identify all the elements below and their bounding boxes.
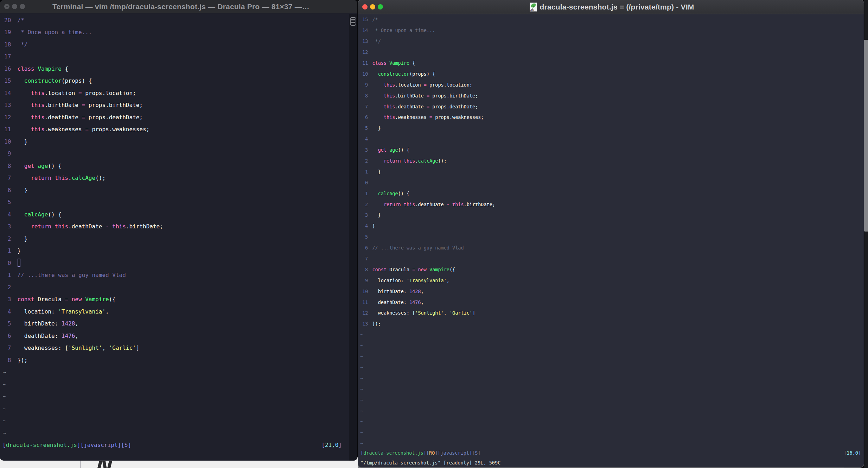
code-line: 2 bbox=[0, 281, 349, 293]
token bbox=[372, 71, 378, 77]
terminal-scrollbar-area[interactable] bbox=[349, 14, 357, 461]
code-line: 9 bbox=[0, 148, 349, 160]
token: /* bbox=[372, 17, 378, 22]
line-number: 12 bbox=[362, 49, 368, 55]
line-number: 11 bbox=[362, 299, 368, 305]
code-line: 10 birthDate: 1428, bbox=[358, 286, 864, 297]
terminal-titlebar[interactable]: Terminal — vim /tmp/dracula-screenshot.j… bbox=[0, 0, 357, 13]
code-text: constructor(props) { bbox=[372, 71, 435, 77]
token: age bbox=[389, 147, 398, 153]
vim-buffer[interactable]: 15/*14 * Once upon a time...13 */1211cla… bbox=[358, 14, 864, 449]
code-line: 12 bbox=[358, 47, 864, 58]
code-line: 18 */ bbox=[0, 38, 349, 51]
code-text: this.deathDate = props.deathDate; bbox=[18, 114, 143, 121]
empty-line: ~ bbox=[358, 373, 864, 384]
token bbox=[18, 223, 31, 230]
token: 1428 bbox=[62, 320, 75, 327]
line-number: 7 bbox=[362, 256, 368, 261]
token: 1476 bbox=[409, 299, 421, 305]
line-number: 16 bbox=[4, 65, 11, 72]
empty-line: ~ bbox=[358, 416, 864, 427]
status-segment: ] bbox=[128, 442, 131, 448]
close-button[interactable] bbox=[4, 4, 9, 9]
code-line: 5 bbox=[0, 196, 349, 209]
scrollbar-thumb[interactable] bbox=[864, 40, 868, 232]
token: this bbox=[31, 102, 45, 108]
token: (); bbox=[438, 158, 446, 164]
code-line: 0 bbox=[0, 257, 349, 269]
token: } bbox=[18, 187, 28, 194]
token: Vampire bbox=[429, 267, 449, 272]
token: props.deathDate; bbox=[85, 114, 143, 121]
token: .weaknesses bbox=[395, 114, 429, 120]
token: location: bbox=[18, 308, 58, 315]
window-title-area: JS dracula-screenshot.js = (/private/tmp… bbox=[383, 2, 841, 12]
code-text: /* bbox=[372, 17, 378, 22]
code-line: 6// ...there was a guy named Vlad bbox=[358, 242, 864, 253]
token: () { bbox=[48, 163, 62, 169]
background-window-text-fragment bbox=[107, 461, 112, 468]
code-line: 8 this.birthDate = props.birthDate; bbox=[358, 90, 864, 101]
code-line: 8const Dracula = new Vampire({ bbox=[358, 264, 864, 275]
code-text: location: 'Transylvania', bbox=[372, 278, 449, 283]
token: calcAge bbox=[418, 158, 438, 164]
line-number: 14 bbox=[362, 27, 368, 33]
status-segment: ][ bbox=[435, 450, 440, 456]
line-number: 10 bbox=[362, 289, 368, 294]
token bbox=[18, 163, 24, 169]
token: .deathDate bbox=[68, 223, 106, 230]
token: 'Transylvania' bbox=[407, 278, 447, 283]
macvim-titlebar[interactable]: JS dracula-screenshot.js = (/private/tmp… bbox=[358, 0, 864, 14]
token: ] bbox=[136, 344, 140, 351]
split-pane-icon[interactable] bbox=[350, 17, 356, 26]
vim-buffer[interactable]: 20/*19 * Once upon a time...18 */1716cla… bbox=[0, 14, 349, 439]
empty-line: ~ bbox=[358, 351, 864, 362]
token: = bbox=[427, 104, 429, 109]
code-line: 6 this.weaknesses = props.weaknesses; bbox=[358, 112, 864, 123]
minimize-button[interactable] bbox=[12, 4, 17, 9]
code-line: 3const Dracula = new Vampire({ bbox=[0, 293, 349, 306]
token bbox=[372, 202, 384, 207]
status-segment: javascript bbox=[441, 450, 469, 456]
code-line: 13}); bbox=[358, 318, 864, 329]
cursor bbox=[18, 259, 20, 267]
line-number: 9 bbox=[4, 150, 11, 157]
token: * Once upon a time... bbox=[18, 29, 92, 36]
code-line: 8}); bbox=[0, 354, 349, 366]
zoom-button[interactable] bbox=[378, 4, 383, 10]
token: }); bbox=[18, 357, 28, 363]
status-segment: 16,0 bbox=[847, 450, 858, 456]
line-number: 0 bbox=[4, 260, 11, 266]
status-segment: dracula-screenshot.js bbox=[363, 450, 423, 456]
tilde-marker: ~ bbox=[360, 354, 363, 359]
token: this bbox=[384, 104, 395, 109]
code-text: // ...there was a guy named Vlad bbox=[18, 272, 126, 278]
token: - bbox=[106, 223, 109, 230]
token: } bbox=[18, 247, 21, 254]
minimize-button[interactable] bbox=[370, 4, 375, 10]
token: = bbox=[82, 102, 85, 108]
line-number: 14 bbox=[4, 90, 11, 96]
line-number: 2 bbox=[362, 158, 368, 164]
code-text: }); bbox=[18, 357, 28, 363]
token: () { bbox=[48, 211, 62, 218]
token: .deathDate bbox=[395, 104, 426, 109]
token: class bbox=[18, 65, 38, 72]
status-segment: [ bbox=[360, 450, 363, 456]
code-text: birthDate: 1428, bbox=[372, 289, 423, 294]
tilde-marker: ~ bbox=[3, 369, 6, 375]
zoom-button[interactable] bbox=[20, 4, 25, 9]
code-text: return this.deathDate - this.birthDate; bbox=[372, 202, 495, 207]
status-segment: RO bbox=[429, 450, 435, 456]
line-number: 13 bbox=[4, 102, 11, 108]
status-segment: ] bbox=[338, 442, 342, 448]
token: birthDate: bbox=[18, 320, 62, 327]
code-line: 10 constructor(props) { bbox=[358, 68, 864, 79]
code-text: deathDate: 1476, bbox=[372, 299, 423, 305]
token bbox=[372, 82, 384, 88]
code-text: const Dracula = new Vampire({ bbox=[18, 296, 116, 303]
token: props.location; bbox=[82, 90, 136, 96]
token: , bbox=[75, 320, 78, 327]
close-button[interactable] bbox=[362, 4, 368, 10]
code-line: 11 deathDate: 1476, bbox=[358, 297, 864, 308]
